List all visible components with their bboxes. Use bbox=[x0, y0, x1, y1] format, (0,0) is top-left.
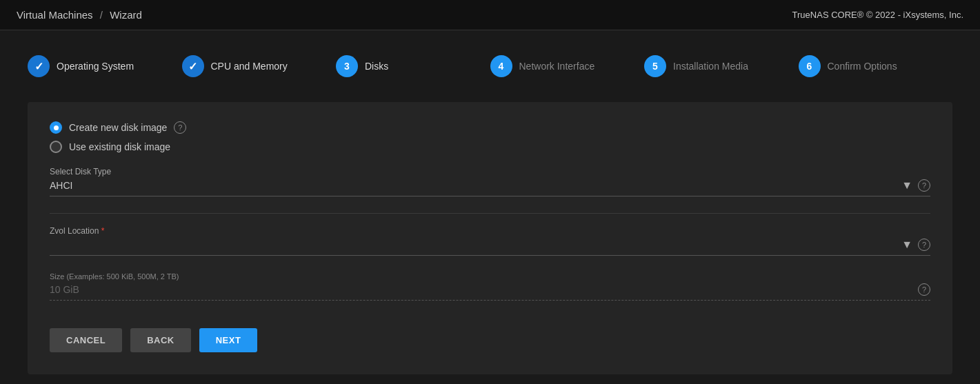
next-button[interactable]: NEXT bbox=[199, 328, 258, 352]
step-disks: 3 Disks bbox=[336, 55, 490, 77]
zvol-location-row: ▼ ? bbox=[50, 239, 930, 256]
create-new-help-icon[interactable]: ? bbox=[174, 121, 186, 134]
breadcrumb-wizard: Wizard bbox=[110, 9, 142, 21]
step-circle-6: 6 bbox=[799, 55, 821, 77]
size-field-group: Size (Examples: 500 KiB, 500M, 2 TB) 10 … bbox=[50, 272, 930, 301]
step-label-4: Network Interface bbox=[519, 61, 595, 72]
disk-type-row: AHCI ▼ ? bbox=[50, 179, 930, 196]
step-circle-2: ✓ bbox=[182, 55, 204, 77]
cancel-button[interactable]: CANCEL bbox=[50, 328, 122, 352]
step-circle-4: 4 bbox=[490, 55, 512, 77]
size-hint-label: Size (Examples: 500 KiB, 500M, 2 TB) bbox=[50, 272, 930, 281]
zvol-location-label: Zvol Location bbox=[50, 226, 930, 236]
disk-type-value: AHCI bbox=[50, 180, 901, 191]
radio-use-existing[interactable]: Use existing disk image bbox=[50, 141, 930, 153]
step-cpu-memory: ✓ CPU and Memory bbox=[182, 55, 337, 77]
main-content: ✓ Operating System ✓ CPU and Memory 3 Di… bbox=[0, 30, 980, 384]
zvol-location-field-group: Zvol Location ▼ ? bbox=[50, 226, 930, 256]
app-header: Virtual Machines / Wizard TrueNAS CORE® … bbox=[0, 0, 980, 30]
step-label-2: CPU and Memory bbox=[211, 61, 288, 72]
disk-type-field-group: Select Disk Type AHCI ▼ ? bbox=[50, 167, 930, 196]
step-confirm-options: 6 Confirm Options bbox=[799, 55, 953, 77]
breadcrumb-separator: / bbox=[100, 9, 103, 21]
disk-type-dropdown-icon[interactable]: ▼ bbox=[901, 179, 912, 192]
breadcrumb: Virtual Machines / Wizard bbox=[17, 9, 142, 21]
step-label-6: Confirm Options bbox=[828, 61, 897, 72]
radio-create-new-input[interactable] bbox=[50, 121, 62, 134]
radio-use-existing-input[interactable] bbox=[50, 141, 62, 153]
form-divider bbox=[50, 213, 930, 214]
form-section: Create new disk image ? Use existing dis… bbox=[28, 102, 952, 374]
disk-type-label: Select Disk Type bbox=[50, 167, 930, 176]
zvol-location-help-icon[interactable]: ? bbox=[918, 239, 930, 251]
radio-create-new-label: Create new disk image bbox=[69, 122, 167, 133]
radio-create-new[interactable]: Create new disk image ? bbox=[50, 121, 930, 134]
step-circle-5: 5 bbox=[644, 55, 666, 77]
step-label-1: Operating System bbox=[57, 61, 134, 72]
zvol-location-dropdown-icon[interactable]: ▼ bbox=[901, 239, 912, 251]
back-button[interactable]: BACK bbox=[130, 328, 191, 352]
step-label-3: Disks bbox=[365, 61, 388, 72]
size-value[interactable]: 10 GiB bbox=[50, 284, 918, 295]
step-circle-3: 3 bbox=[336, 55, 358, 77]
step-installation-media: 5 Installation Media bbox=[644, 55, 799, 77]
step-circle-1: ✓ bbox=[28, 55, 50, 77]
disk-option-radio-group: Create new disk image ? Use existing dis… bbox=[50, 121, 930, 153]
size-help-icon[interactable]: ? bbox=[918, 283, 930, 296]
button-row: CANCEL BACK NEXT bbox=[50, 328, 930, 352]
step-network-interface: 4 Network Interface bbox=[490, 55, 645, 77]
brand-label: TrueNAS CORE® © 2022 - iXsystems, Inc. bbox=[792, 10, 963, 20]
disk-type-help-icon[interactable]: ? bbox=[918, 179, 930, 192]
wizard-stepper: ✓ Operating System ✓ CPU and Memory 3 Di… bbox=[28, 55, 952, 77]
step-operating-system: ✓ Operating System bbox=[28, 55, 182, 77]
step-label-5: Installation Media bbox=[673, 61, 748, 72]
size-row: 10 GiB ? bbox=[50, 283, 930, 301]
radio-use-existing-label: Use existing disk image bbox=[69, 141, 170, 152]
breadcrumb-vms[interactable]: Virtual Machines bbox=[17, 9, 93, 21]
